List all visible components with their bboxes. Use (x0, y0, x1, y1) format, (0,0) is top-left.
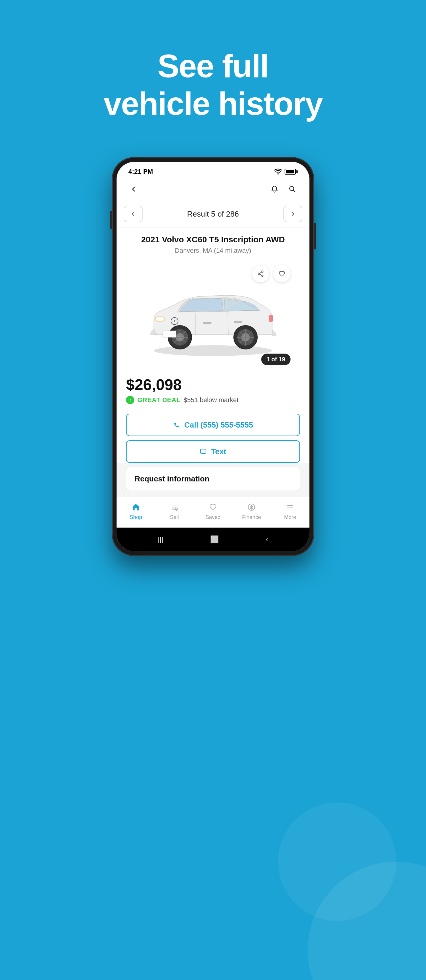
deal-label: GREAT DEAL (137, 396, 180, 404)
app-header (116, 178, 310, 202)
headline-line2: vehicle history (103, 85, 323, 122)
status-icons (274, 169, 297, 175)
svg-point-5 (154, 345, 272, 356)
finance-icon (246, 502, 257, 512)
headline: See full vehicle history (103, 47, 323, 122)
more-icon (285, 502, 296, 512)
action-buttons: Call (555) 555-5555 Text (116, 411, 310, 463)
price-section: $26,098 ↑ GREAT DEAL $551 below market (116, 370, 310, 411)
sell-label: Sell (170, 514, 179, 520)
status-time: 4:21 PM (129, 168, 153, 175)
svg-rect-27 (234, 321, 242, 323)
image-container: 1 of 19 (126, 260, 300, 370)
image-actions (252, 265, 291, 282)
image-counter: 1 of 19 (261, 353, 291, 365)
saved-label: Saved (205, 514, 220, 520)
android-bar: ||| ⬜ ‹ (116, 528, 310, 551)
svg-rect-8 (269, 315, 273, 321)
call-button[interactable]: Call (555) 555-5555 (126, 414, 300, 436)
next-result-button[interactable] (283, 206, 302, 222)
text-button-label: Text (211, 447, 226, 456)
car-location: Danvers, MA (14 mi away) (126, 247, 300, 255)
nav-shop[interactable]: Shop (121, 502, 151, 520)
request-info-title: Request information (135, 474, 210, 483)
svg-point-3 (258, 273, 260, 275)
share-button[interactable] (252, 265, 269, 282)
result-count: Result 5 of 286 (187, 210, 239, 219)
phone-frame: 4:21 PM (113, 158, 313, 555)
nav-finance[interactable]: Finance (237, 502, 266, 520)
saved-icon (208, 502, 218, 512)
text-button[interactable]: Text (126, 440, 300, 463)
battery-icon (285, 169, 297, 175)
wifi-icon (274, 169, 282, 175)
svg-rect-26 (203, 322, 211, 324)
svg-rect-29 (200, 449, 206, 453)
notification-button[interactable] (267, 181, 282, 197)
sell-icon (169, 502, 180, 512)
phone-screen: 4:21 PM (116, 162, 310, 551)
android-recent-button[interactable]: ||| (158, 535, 163, 544)
headline-line1: See full (157, 48, 268, 84)
shop-icon (130, 502, 141, 512)
favorite-button[interactable] (273, 265, 291, 282)
android-back-button[interactable]: ‹ (266, 535, 268, 544)
svg-rect-28 (163, 331, 176, 337)
call-button-label: Call (555) 555-5555 (184, 420, 253, 430)
svg-point-7 (156, 317, 164, 321)
search-button[interactable] (285, 181, 300, 197)
listing-section: 2021 Volvo XC60 T5 Inscription AWD Danve… (116, 228, 310, 370)
svg-point-4 (262, 275, 263, 277)
bottom-nav: Shop Sell (116, 497, 310, 528)
svg-point-2 (262, 271, 263, 272)
back-button[interactable] (126, 181, 141, 197)
nav-more[interactable]: More (275, 502, 305, 520)
request-info-section[interactable]: Request information (126, 467, 300, 491)
nav-sell[interactable]: Sell (160, 502, 189, 520)
deal-circle-icon: ↑ (126, 396, 134, 404)
deal-sub: $551 below market (183, 396, 238, 404)
nav-row: Result 5 of 286 (116, 202, 310, 228)
shop-label: Shop (130, 514, 142, 520)
svg-point-0 (278, 173, 279, 175)
nav-saved[interactable]: Saved (198, 502, 228, 520)
status-bar: 4:21 PM (116, 162, 310, 178)
android-home-button[interactable]: ⬜ (210, 535, 219, 544)
finance-label: Finance (242, 514, 261, 520)
phone-wrapper: 4:21 PM (113, 158, 313, 555)
more-label: More (284, 514, 296, 520)
prev-result-button[interactable] (124, 206, 143, 222)
deal-badge: ↑ GREAT DEAL $551 below market (126, 396, 300, 404)
header-icons (267, 181, 300, 197)
price: $26,098 (126, 376, 300, 393)
car-title: 2021 Volvo XC60 T5 Inscription AWD (126, 235, 300, 244)
